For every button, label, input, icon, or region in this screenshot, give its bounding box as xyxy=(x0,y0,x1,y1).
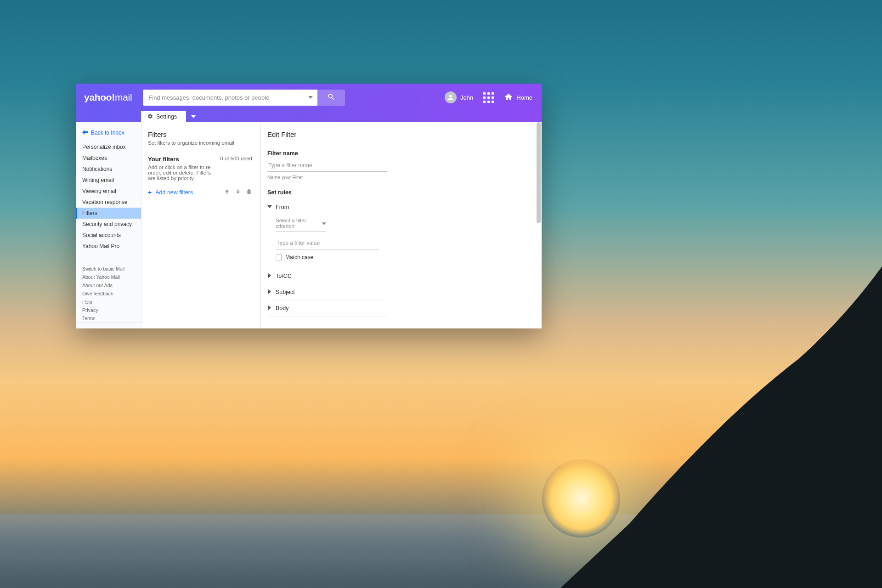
nav-vacation-response[interactable]: Vacation response xyxy=(76,197,141,208)
nav-writing-email[interactable]: Writing email xyxy=(76,175,141,186)
link-privacy[interactable]: Privacy xyxy=(76,306,141,314)
tab-dropdown[interactable] xyxy=(188,111,199,122)
search-input[interactable] xyxy=(143,90,317,106)
rule-group-tocc: To/CC xyxy=(267,268,387,284)
search-button[interactable] xyxy=(317,90,345,106)
edit-filter-pane: Edit Filter Filter name Name your Filter… xyxy=(261,122,542,328)
logo-product: mail xyxy=(115,92,132,102)
rule-subject-label: Subject xyxy=(276,289,295,295)
home-label: Home xyxy=(516,94,532,101)
caret-down-icon xyxy=(322,220,326,226)
settings-nav: Personalize inbox Mailboxes Notification… xyxy=(76,141,141,252)
your-filters-desc: Add or click on a filter to re-order, ed… xyxy=(148,164,215,181)
criterion-select[interactable]: Select a filter criterion xyxy=(276,217,326,232)
match-case-checkbox[interactable] xyxy=(276,254,282,260)
filters-title: Filters xyxy=(148,130,252,138)
rule-body-label: Body xyxy=(276,305,289,311)
filter-name-helper: Name your Filter xyxy=(267,175,533,180)
secondary-links: Switch to basic Mail About Yahoo Mail Ab… xyxy=(76,265,141,322)
rule-subject-toggle[interactable]: Subject xyxy=(267,289,387,295)
storage-usage: 1 TB of storage 0.01 % used xyxy=(76,322,141,328)
link-give-feedback[interactable]: Give feedback xyxy=(76,289,141,298)
link-help[interactable]: Help xyxy=(76,298,141,306)
scrollbar-thumb[interactable] xyxy=(537,122,541,223)
app-header: yahoo!mail xyxy=(76,84,542,111)
search-scope-dropdown[interactable] xyxy=(308,95,313,100)
nav-personalize-inbox[interactable]: Personalize inbox xyxy=(76,141,141,153)
delete-filter-button[interactable] xyxy=(246,188,252,197)
filters-used-count: 0 of 500 used xyxy=(220,156,252,161)
settings-content: Filters Set filters to organize incoming… xyxy=(141,122,542,328)
rule-group-body: Body xyxy=(267,300,387,317)
chevron-right-icon xyxy=(267,289,272,295)
home-button[interactable]: Home xyxy=(504,92,532,103)
wallpaper-mountain xyxy=(560,266,882,588)
criterion-placeholder: Select a filter criterion xyxy=(276,218,322,229)
settings-sidebar: Back to Inbox Personalize inbox Mailboxe… xyxy=(76,122,141,328)
filter-actions xyxy=(224,188,252,197)
filter-value-input[interactable] xyxy=(276,238,379,249)
link-about-yahoomail[interactable]: About Yahoo Mail xyxy=(76,273,141,281)
plus-icon: + xyxy=(148,189,152,196)
rule-body-toggle[interactable]: Body xyxy=(267,305,387,311)
user-name: John xyxy=(460,94,473,101)
rule-from-label: From xyxy=(276,204,289,210)
match-case-label: Match case xyxy=(285,254,313,260)
your-filters-title: Your filters xyxy=(148,156,215,163)
move-up-button[interactable] xyxy=(224,188,230,197)
nav-filters[interactable]: Filters xyxy=(76,208,141,219)
arrow-left-icon xyxy=(82,130,88,136)
link-about-ads[interactable]: About our Ads xyxy=(76,281,141,289)
add-filter-label: Add new filters xyxy=(155,189,193,196)
desktop-wallpaper: yahoo!mail xyxy=(0,0,882,588)
header-right: John Home xyxy=(445,91,532,103)
add-new-filter-link[interactable]: + Add new filters xyxy=(148,189,193,196)
nav-social-accounts[interactable]: Social accounts xyxy=(76,230,141,241)
tab-bar: Settings xyxy=(76,111,542,122)
filters-subtitle: Set filters to organize incoming email xyxy=(148,140,252,146)
yahoo-mail-logo[interactable]: yahoo!mail xyxy=(84,92,132,103)
nav-viewing-email[interactable]: Viewing email xyxy=(76,186,141,197)
home-icon xyxy=(504,92,513,103)
chevron-down-icon xyxy=(267,204,272,210)
move-down-button[interactable] xyxy=(235,188,241,197)
back-to-inbox-link[interactable]: Back to Inbox xyxy=(76,128,141,141)
gear-icon xyxy=(147,113,153,120)
link-terms[interactable]: Terms xyxy=(76,314,141,322)
search-wrapper xyxy=(143,90,345,106)
avatar xyxy=(445,91,457,103)
rule-from-toggle[interactable]: From xyxy=(267,204,387,210)
link-switch-basic[interactable]: Switch to basic Mail xyxy=(76,265,141,273)
nav-notifications[interactable]: Notifications xyxy=(76,164,141,175)
search-icon xyxy=(327,93,335,102)
nav-security-privacy[interactable]: Security and privacy xyxy=(76,219,141,230)
rule-group-from: From Select a filter criterion Match cas… xyxy=(267,199,387,268)
app-window: yahoo!mail xyxy=(76,84,542,328)
tab-settings[interactable]: Settings xyxy=(141,111,186,122)
nav-yahoo-mail-pro[interactable]: Yahoo Mail Pro xyxy=(76,241,141,252)
logo-brand: yahoo! xyxy=(84,92,115,102)
filters-list-pane: Filters Set filters to organize incoming… xyxy=(141,122,261,328)
nav-mailboxes[interactable]: Mailboxes xyxy=(76,153,141,164)
chevron-right-icon xyxy=(267,305,272,311)
apps-grid-icon[interactable] xyxy=(483,92,494,103)
chevron-right-icon xyxy=(267,273,272,279)
edit-filter-title: Edit Filter xyxy=(267,130,533,138)
main-body: Back to Inbox Personalize inbox Mailboxe… xyxy=(76,122,542,328)
back-label: Back to Inbox xyxy=(91,130,124,136)
rule-tocc-toggle[interactable]: To/CC xyxy=(267,273,387,279)
filter-name-label: Filter name xyxy=(267,150,533,157)
account-menu[interactable]: John xyxy=(445,91,473,103)
filter-name-input[interactable] xyxy=(267,160,387,172)
search-box xyxy=(143,90,317,106)
tab-label: Settings xyxy=(156,113,177,120)
set-rules-label: Set rules xyxy=(267,189,533,196)
rule-group-subject: Subject xyxy=(267,284,387,300)
rule-tocc-label: To/CC xyxy=(276,273,292,279)
